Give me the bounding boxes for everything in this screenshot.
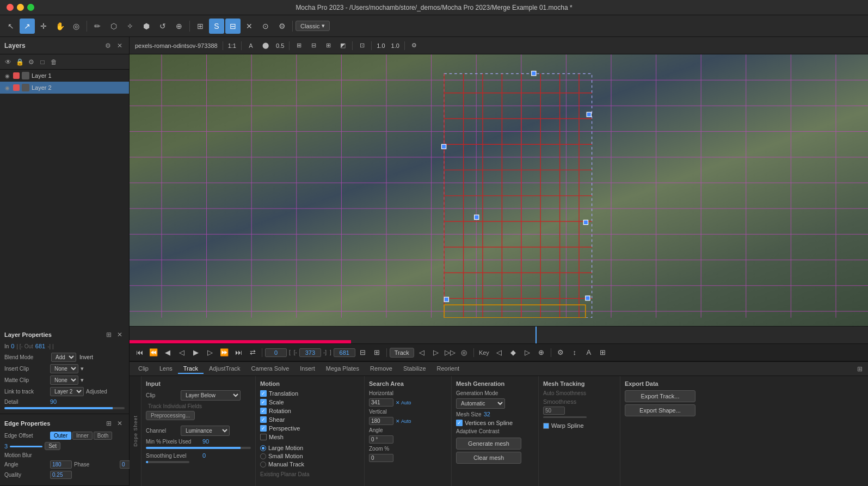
play-button[interactable]: ▶ xyxy=(189,346,202,359)
key-next-button[interactable]: ▷ xyxy=(521,346,534,359)
track-stop-button[interactable]: ▷ xyxy=(429,346,442,359)
layer-group-icon[interactable]: □ xyxy=(38,57,47,67)
mesh-checkbox[interactable] xyxy=(260,434,267,440)
loop-button[interactable]: ⇄ xyxy=(246,346,259,359)
scale-checkbox[interactable]: ✓ xyxy=(260,399,267,405)
layer-item-2[interactable]: ◉ Layer 2 xyxy=(0,82,129,94)
params-expand-icon[interactable]: ⊞ xyxy=(855,364,865,374)
viewer-channel-button[interactable]: ⊡ xyxy=(355,39,368,52)
play-forward-button[interactable]: ▷ xyxy=(204,346,217,359)
edge-set-button[interactable]: Set xyxy=(45,442,60,450)
frame-start-input[interactable] xyxy=(265,348,287,357)
insert-clip-select[interactable]: None xyxy=(50,364,78,373)
window-controls[interactable] xyxy=(7,4,34,11)
go-to-start-button[interactable]: ⏮ xyxy=(133,346,146,359)
tab-camera-solve[interactable]: Camera Solve xyxy=(246,364,295,374)
generate-mesh-button[interactable]: Generate mesh xyxy=(456,438,521,450)
manual-track-radio[interactable] xyxy=(260,462,266,467)
key-prev-button[interactable]: ◁ xyxy=(493,346,506,359)
tool-grid[interactable]: ⊞ xyxy=(193,19,208,34)
viewer-a-button[interactable]: A xyxy=(244,39,257,52)
tool-select[interactable]: ↖ xyxy=(3,19,19,34)
export-track-button[interactable]: Export Track... xyxy=(625,390,695,402)
timeline-ruler[interactable] xyxy=(130,327,868,343)
tab-lens[interactable]: Lens xyxy=(154,364,178,374)
layer-item-1[interactable]: ◉ Layer 1 xyxy=(0,70,129,82)
frame-current-input[interactable] xyxy=(299,348,321,357)
viewer-mask-button[interactable]: ◩ xyxy=(336,39,349,52)
smoothing-slider[interactable] xyxy=(146,461,189,463)
prev-keyframe-button[interactable]: ⏪ xyxy=(147,346,160,359)
layer-settings-icon[interactable]: ⚙ xyxy=(26,57,36,67)
clip-select[interactable]: Layer Below xyxy=(181,390,241,401)
detail-slider[interactable] xyxy=(4,407,125,409)
tab-mega-plates[interactable]: Mega Plates xyxy=(321,364,365,374)
link-to-track-select[interactable]: Layer 2 xyxy=(50,387,84,396)
tool-x[interactable]: ✕ xyxy=(242,19,257,34)
translation-checkbox[interactable]: ✓ xyxy=(260,390,267,397)
tool-pointer[interactable]: ↗ xyxy=(20,19,35,34)
angle-input[interactable] xyxy=(50,460,72,469)
tool-gear[interactable]: ⚙ xyxy=(274,19,290,34)
min-pixels-slider[interactable] xyxy=(146,447,251,449)
tool-circle[interactable]: ◎ xyxy=(69,19,84,34)
smoothness-input[interactable] xyxy=(543,407,565,415)
viewer-color-button[interactable]: ⬤ xyxy=(259,39,272,52)
tool-link[interactable]: ⬢ xyxy=(139,19,154,34)
viewer-fit-button[interactable]: ⊞ xyxy=(292,39,305,52)
minimize-button[interactable] xyxy=(17,4,24,11)
horizontal-input[interactable] xyxy=(369,398,393,407)
tool-add[interactable]: ⊕ xyxy=(171,19,187,34)
vertices-checkbox[interactable]: ✓ xyxy=(456,420,463,426)
clip-start-button[interactable]: ⊟ xyxy=(356,346,370,359)
viewer-grid-button[interactable]: ⊞ xyxy=(322,39,335,52)
layer-delete-icon[interactable]: 🗑 xyxy=(49,57,59,67)
rewind-button[interactable]: ◀ xyxy=(161,346,174,359)
edge-offset-slider[interactable] xyxy=(10,446,42,447)
shear-checkbox[interactable]: ✓ xyxy=(260,416,267,423)
tool-rotate[interactable]: ↺ xyxy=(155,19,170,34)
step-back-button[interactable]: ◁ xyxy=(175,346,188,359)
edge-tab-inner[interactable]: Inner xyxy=(72,432,93,440)
perspective-checkbox[interactable]: ✓ xyxy=(260,425,267,432)
tool-s[interactable]: S xyxy=(209,19,224,34)
key-expand-button[interactable]: ⊞ xyxy=(596,346,610,359)
edge-tab-both[interactable]: Both xyxy=(94,432,113,440)
layer-props-expand-icon[interactable]: ⊞ xyxy=(104,330,114,340)
tab-insert[interactable]: Insert xyxy=(294,364,321,374)
zoom-input[interactable] xyxy=(369,454,393,462)
track-button[interactable]: Track xyxy=(390,348,414,358)
tool-mask[interactable]: ⬡ xyxy=(106,19,121,34)
track-prev-button[interactable]: ◁ xyxy=(415,346,428,359)
vertical-input[interactable] xyxy=(369,417,393,425)
tool-hand[interactable]: ✋ xyxy=(52,19,67,34)
key-all-button[interactable]: ⊕ xyxy=(535,346,548,359)
go-to-end-button[interactable]: ⏭ xyxy=(232,346,245,359)
view-mode-dropdown[interactable]: Classic ▾ xyxy=(296,21,330,31)
tab-track[interactable]: Track xyxy=(178,364,204,374)
layer-visibility-toggle[interactable]: 👁 xyxy=(3,57,13,67)
layer-lock-icon[interactable]: 🔒 xyxy=(15,57,24,67)
blend-mode-select[interactable]: Add xyxy=(51,353,76,362)
tab-stabilize[interactable]: Stabilize xyxy=(398,364,432,374)
layer-props-close-icon[interactable]: ✕ xyxy=(115,330,125,340)
maximize-button[interactable] xyxy=(27,4,34,11)
next-keyframe-button[interactable]: ⏩ xyxy=(218,346,231,359)
tab-remove[interactable]: Remove xyxy=(365,364,398,374)
track-all-button[interactable]: ◎ xyxy=(458,346,471,359)
track-next-button[interactable]: ▷▷ xyxy=(444,346,457,359)
key-settings-button[interactable]: ⚙ xyxy=(554,346,567,359)
tab-adjusttrack[interactable]: AdjustTrack xyxy=(204,364,246,374)
close-button[interactable] xyxy=(7,4,14,11)
tool-wand[interactable]: ✧ xyxy=(122,19,138,34)
timeline-playhead[interactable] xyxy=(535,327,537,343)
frame-end-input[interactable] xyxy=(334,348,355,357)
channel-select[interactable]: Luminance xyxy=(181,426,230,436)
key-sync-button[interactable]: ↕ xyxy=(568,346,581,359)
tool-spline[interactable]: ✏ xyxy=(90,19,105,34)
tab-reorient[interactable]: Reorient xyxy=(432,364,465,374)
edge-props-close-icon[interactable]: ✕ xyxy=(115,419,125,428)
angle-search-input[interactable] xyxy=(369,435,393,444)
tool-crosshair[interactable]: ✛ xyxy=(36,19,51,34)
matte-clip-select[interactable]: None xyxy=(50,376,78,385)
